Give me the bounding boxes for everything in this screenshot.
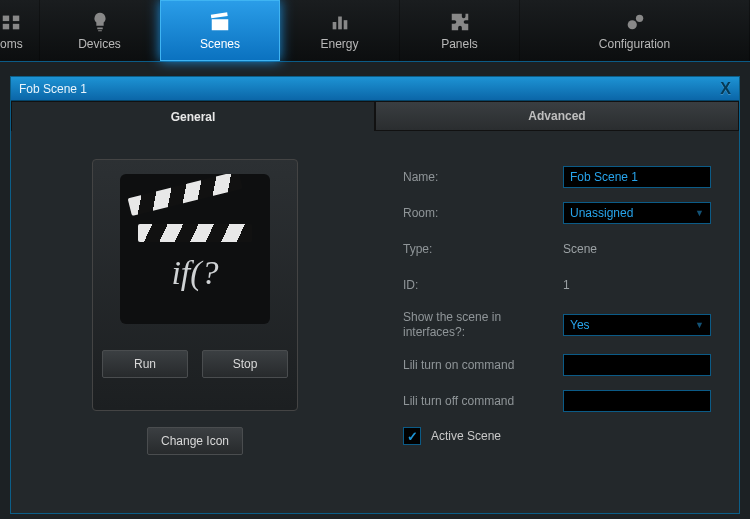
nav-tab-panels[interactable]: Panels bbox=[400, 0, 520, 61]
scene-icon-graphic: if(? bbox=[120, 174, 270, 324]
svg-rect-0 bbox=[3, 15, 9, 20]
name-input[interactable] bbox=[563, 166, 711, 188]
room-select-value: Unassigned bbox=[570, 206, 633, 220]
nav-tab-devices[interactable]: Devices bbox=[40, 0, 160, 61]
panel-header: Fob Scene 1 X bbox=[11, 77, 739, 101]
chart-icon bbox=[329, 11, 351, 33]
gears-icon bbox=[624, 11, 646, 33]
active-scene-label: Active Scene bbox=[431, 429, 501, 443]
panel-body: if(? Run Stop Change Icon Name: Room: Un… bbox=[11, 131, 739, 513]
nav-label: Devices bbox=[78, 37, 121, 51]
svg-point-10 bbox=[635, 14, 642, 21]
close-button[interactable]: X bbox=[720, 80, 731, 98]
room-label: Room: bbox=[403, 206, 563, 221]
type-label: Type: bbox=[403, 242, 563, 257]
subtab-general[interactable]: General bbox=[11, 101, 375, 131]
stop-button[interactable]: Stop bbox=[202, 350, 288, 378]
nav-label: oms bbox=[0, 37, 23, 51]
clapper-base-icon bbox=[138, 224, 252, 242]
chevron-down-icon: ▼ bbox=[695, 320, 704, 330]
clapper-icon bbox=[209, 11, 231, 33]
svg-rect-7 bbox=[338, 16, 342, 29]
rooms-icon bbox=[0, 11, 22, 33]
scene-panel: Fob Scene 1 X General Advanced if(? Run … bbox=[10, 76, 740, 514]
subtab-advanced[interactable]: Advanced bbox=[375, 101, 739, 131]
nav-label: Scenes bbox=[200, 37, 240, 51]
svg-rect-4 bbox=[212, 19, 229, 30]
show-label: Show the scene in interfaces?: bbox=[403, 310, 563, 340]
nav-label: Energy bbox=[320, 37, 358, 51]
svg-rect-3 bbox=[13, 23, 19, 29]
lili-off-label: Lili turn off command bbox=[403, 394, 563, 409]
type-value: Scene bbox=[563, 242, 597, 256]
run-stop-row: Run Stop bbox=[102, 350, 288, 378]
general-form: Name: Room: Unassigned ▼ Type: Scene ID:… bbox=[379, 131, 739, 513]
show-select[interactable]: Yes ▼ bbox=[563, 314, 711, 336]
run-button[interactable]: Run bbox=[102, 350, 188, 378]
nav-tab-configuration[interactable]: Configuration bbox=[520, 0, 750, 61]
svg-point-9 bbox=[627, 20, 636, 29]
nav-label: Panels bbox=[441, 37, 478, 51]
room-select[interactable]: Unassigned ▼ bbox=[563, 202, 711, 224]
svg-rect-5 bbox=[211, 12, 228, 18]
scene-preview: if(? Run Stop bbox=[92, 159, 298, 411]
lili-on-label: Lili turn on command bbox=[403, 358, 563, 373]
nav-tab-scenes[interactable]: Scenes bbox=[160, 0, 280, 61]
show-select-value: Yes bbox=[570, 318, 590, 332]
active-scene-checkbox[interactable]: ✓ bbox=[403, 427, 421, 445]
svg-rect-8 bbox=[343, 20, 347, 29]
name-label: Name: bbox=[403, 170, 563, 185]
chevron-down-icon: ▼ bbox=[695, 208, 704, 218]
id-label: ID: bbox=[403, 278, 563, 293]
top-nav: oms Devices Scenes Energy Panels Configu… bbox=[0, 0, 750, 62]
nav-tab-energy[interactable]: Energy bbox=[280, 0, 400, 61]
lili-off-input[interactable] bbox=[563, 390, 711, 412]
svg-rect-6 bbox=[332, 22, 336, 29]
clapper-top-icon bbox=[128, 174, 243, 216]
svg-rect-2 bbox=[3, 23, 9, 29]
puzzle-icon bbox=[449, 11, 471, 33]
id-value: 1 bbox=[563, 278, 570, 292]
nav-tab-rooms[interactable]: oms bbox=[0, 0, 40, 61]
panel-title: Fob Scene 1 bbox=[19, 82, 720, 96]
bulb-icon bbox=[89, 11, 111, 33]
svg-rect-1 bbox=[13, 15, 19, 20]
nav-label: Configuration bbox=[599, 37, 670, 51]
general-left: if(? Run Stop Change Icon bbox=[11, 131, 379, 513]
scene-if-text: if(? bbox=[120, 254, 270, 292]
panel-subtabs: General Advanced bbox=[11, 101, 739, 131]
lili-on-input[interactable] bbox=[563, 354, 711, 376]
change-icon-button[interactable]: Change Icon bbox=[147, 427, 243, 455]
